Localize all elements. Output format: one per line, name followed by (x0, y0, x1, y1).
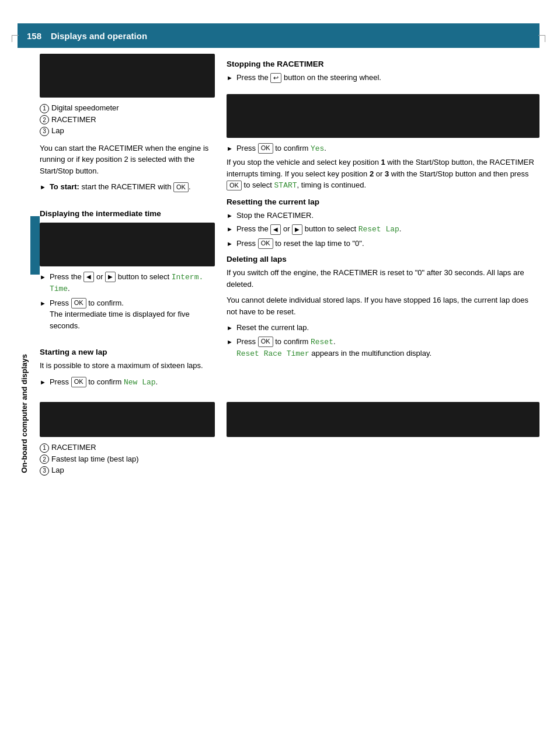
reset-bullet2: ► Press the ◀ or ▶ button to select Rese… (227, 223, 539, 235)
bullet-left-nav: ► Press the ◀ or ▶ button to select Inte… (40, 271, 215, 295)
section2-text: It is possible to store a maximum of six… (40, 360, 215, 372)
display-block-bottom-left (40, 402, 215, 437)
display-block-1 (40, 54, 215, 98)
list-text-2: RACETIMER (51, 114, 96, 126)
display-block-bottom-right (227, 402, 539, 437)
bottom-left: 1 RACETIMER 2 Fastest lap time (best lap… (40, 396, 215, 482)
confirm-bullet: ► Press OK to confirm Yes. (227, 143, 539, 155)
interm-time-label: Interm. Time (50, 273, 203, 294)
bullet-arrow-4: ► (40, 377, 46, 387)
bottom-list-item-1: 1 RACETIMER (40, 442, 215, 453)
bottom-num-3: 3 (40, 466, 49, 476)
intermediate-subtext: The intermediate time is displayed for f… (50, 310, 190, 330)
ok-key-3: OK (71, 377, 86, 387)
list-text-1: Digital speedometer (51, 102, 119, 114)
delete-bullet2-text: Press OK to confirm Reset. Reset Race Ti… (236, 336, 431, 360)
display-block-2 (40, 223, 215, 266)
delete-bullet1-text: Reset the current lap. (236, 322, 309, 334)
ok-key-r1: OK (258, 143, 273, 153)
home-key: ↩ (270, 73, 281, 83)
section1-heading: Displaying the intermediate time (40, 209, 215, 218)
display-block-right-1 (227, 94, 539, 138)
reset-bullet3: ► Press OK to reset the lap time to "0". (227, 238, 539, 249)
bullet-arrow-1: ► (40, 182, 46, 192)
bottom-num-2: 2 (40, 455, 49, 464)
bullet-ok-text: Press OK to confirm. The intermediate ti… (50, 297, 215, 332)
corner-mark-tr (538, 35, 545, 42)
stopping-bullet: ► Press the ↩ button on the steering whe… (227, 72, 539, 84)
reset-bullet2-text: Press the ◀ or ▶ button to select Reset … (236, 223, 402, 235)
bottom-list: 1 RACETIMER 2 Fastest lap time (best lap… (40, 442, 215, 476)
yes-label: Yes (311, 144, 324, 153)
bottom-right (227, 396, 539, 437)
new-lap-text: Press OK to confirm New Lap. (50, 376, 158, 389)
reset-lap-label: Reset Lap (358, 225, 399, 234)
left-key-1: ◀ (83, 272, 94, 282)
bullet-arrow-r6: ► (227, 323, 233, 333)
bullet-ok-confirm: ► Press OK to confirm. The intermediate … (40, 297, 215, 332)
reset-label: Reset (311, 338, 333, 346)
delete-text2: You cannot delete individual stored laps… (227, 294, 539, 317)
ok-key-r3: OK (258, 238, 273, 248)
to-start-bullet: ► To start: start the RACETIMER with OK. (40, 181, 215, 193)
delete-bullet1: ► Reset the current lap. (227, 322, 539, 334)
delete-heading: Deleting all laps (227, 255, 539, 263)
reset-bullet1: ► Stop the RACETIMER. (227, 210, 539, 221)
right-key-r1: ▶ (292, 224, 302, 235)
left-column: 1 Digital speedometer 2 RACETIMER 3 Lap … (40, 54, 215, 390)
reset-heading: Resetting the current lap (227, 197, 539, 206)
stopping-heading: Stopping the RACETIMER (227, 60, 539, 68)
stopping-text: Press the ↩ button on the steering wheel… (236, 72, 381, 84)
bullet-arrow-r2: ► (227, 144, 233, 154)
intro-text: You can start the RACETIMER when the eng… (40, 143, 215, 177)
left-key-r1: ◀ (270, 224, 281, 235)
sidebar-label: On-board computer and displays (18, 71, 30, 756)
to-start-text: To start: start the RACETIMER with OK. (50, 181, 191, 193)
header-bar: 158 Displays and operation (18, 23, 539, 48)
section2-heading: Starting a new lap (40, 348, 215, 356)
page-title: Displays and operation (51, 31, 147, 41)
reset-bullet3-text: Press OK to reset the lap time to "0". (236, 238, 364, 249)
ok-key-2: OK (71, 298, 86, 308)
bullet-new-lap: ► Press OK to confirm New Lap. (40, 376, 215, 389)
list-item-2: 2 RACETIMER (40, 114, 215, 126)
reset-race-timer-label: Reset Race Timer (236, 349, 309, 358)
ok-key-1: OK (173, 182, 189, 192)
main-content: 1 Digital speedometer 2 RACETIMER 3 Lap … (40, 48, 539, 390)
bullet-nav-text: Press the ◀ or ▶ button to select Interm… (50, 271, 215, 295)
bottom-num-1: 1 (40, 443, 49, 453)
reset-bullet1-text: Stop the RACETIMER. (236, 210, 314, 221)
confirm-text: Press OK to confirm Yes. (236, 143, 326, 155)
corner-mark-tl (12, 35, 19, 42)
bullet-arrow-r5: ► (227, 239, 233, 249)
delete-text1: If you switch off the engine, the RACETI… (227, 267, 539, 290)
list-text-3: Lap (51, 125, 64, 137)
bottom-list-item-2: 2 Fastest lap time (best lap) (40, 453, 215, 465)
bottom-list-text-1: RACETIMER (51, 442, 96, 453)
stop-info-text: If you stop the vehicle and select key p… (227, 157, 539, 192)
sidebar-label-text: On-board computer and displays (20, 354, 29, 473)
list-item-1: 1 Digital speedometer (40, 102, 215, 114)
bullet-arrow-r3: ► (227, 211, 233, 221)
delete-bullet2: ► Press OK to confirm Reset. Reset Race … (227, 336, 539, 360)
bullet-arrow-3: ► (40, 299, 46, 308)
list-item-3: 3 Lap (40, 125, 215, 137)
ok-key-r4: OK (258, 337, 273, 346)
ok-key-r2: OK (227, 181, 242, 190)
bottom-list-text-3: Lap (51, 464, 64, 476)
sidebar-blue-bar (30, 216, 40, 275)
bullet-arrow-r4: ► (227, 224, 233, 234)
bottom-list-text-2: Fastest lap time (best lap) (51, 453, 139, 465)
bullet-arrow-r1: ► (227, 73, 233, 83)
num-circle-3: 3 (40, 127, 49, 136)
right-key-1: ▶ (105, 272, 116, 282)
numbered-list-1: 1 Digital speedometer 2 RACETIMER 3 Lap (40, 102, 215, 137)
num-circle-2: 2 (40, 115, 49, 124)
num-circle-1: 1 (40, 104, 49, 113)
page-number: 158 (27, 31, 41, 41)
new-lap-label: New Lap (124, 378, 156, 387)
to-start-label: To start: (50, 182, 79, 191)
bottom-list-item-3: 3 Lap (40, 464, 215, 476)
bullet-arrow-r7: ► (227, 337, 233, 347)
bullet-arrow-2: ► (40, 272, 46, 282)
